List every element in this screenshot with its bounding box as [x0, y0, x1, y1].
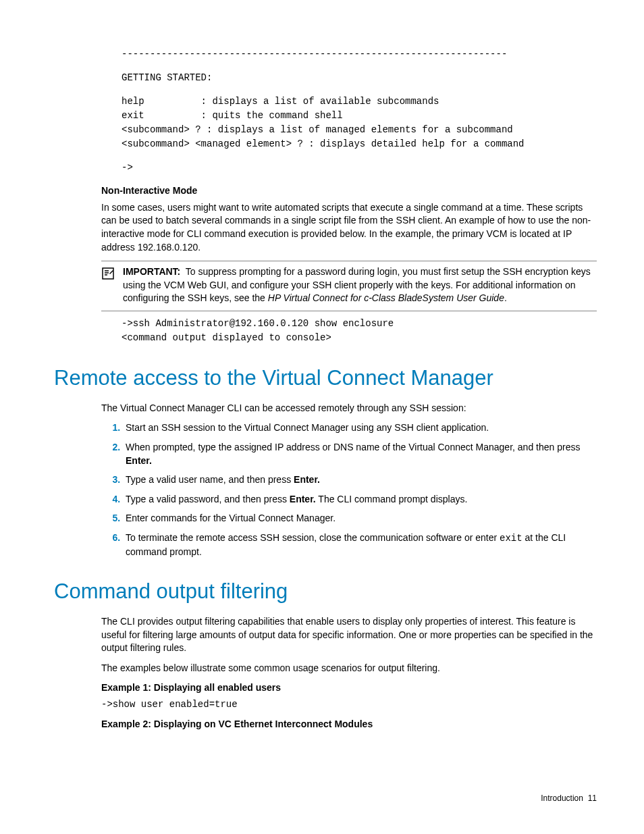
example1-code: ->show user enabled=true [101, 698, 597, 711]
remote-access-title: Remote access to the Virtual Connect Man… [54, 364, 597, 392]
step-6: To terminate the remote access SSH sessi… [123, 531, 597, 558]
page-footer: Introduction 11 [541, 793, 597, 804]
important-text: IMPORTANT: To suppress prompting for a p… [119, 265, 597, 305]
terminal-prompt: -> [122, 161, 597, 175]
remote-steps-list: Start an SSH session to the Virtual Conn… [101, 421, 597, 558]
remote-intro: The Virtual Connect Manager CLI can be a… [101, 402, 597, 415]
terminal-divider: ----------------------------------------… [122, 47, 597, 61]
terminal-heading: GETTING STARTED: [122, 71, 597, 85]
example2-heading: Example 2: Displaying on VC Ethernet Int… [101, 718, 597, 731]
step-1: Start an SSH session to the Virtual Conn… [123, 421, 597, 435]
step-4: Type a valid password, and then press En… [123, 493, 597, 506]
important-note: IMPORTANT: To suppress prompting for a p… [101, 261, 597, 311]
step-3: Type a valid user name, and then press E… [123, 473, 597, 487]
filtering-para2: The examples below illustrate some commo… [101, 662, 597, 675]
noninteractive-paragraph: In some cases, users might want to write… [101, 201, 597, 254]
important-icon [101, 265, 119, 305]
step-2: When prompted, type the assigned IP addr… [123, 441, 597, 467]
example1-heading: Example 1: Displaying all enabled users [101, 681, 597, 694]
filtering-para1: The CLI provides output filtering capabi… [101, 615, 597, 655]
svg-rect-0 [103, 268, 113, 279]
noninteractive-heading: Non-Interactive Mode [101, 184, 597, 197]
step-5: Enter commands for the Virtual Connect M… [123, 512, 597, 525]
terminal-rows: help : displays a list of available subc… [122, 95, 597, 151]
ssh-example-code: ->ssh Administrator@192.160.0.120 show e… [122, 317, 597, 345]
document-page: ----------------------------------------… [0, 0, 644, 834]
filtering-title: Command output filtering [54, 577, 597, 606]
